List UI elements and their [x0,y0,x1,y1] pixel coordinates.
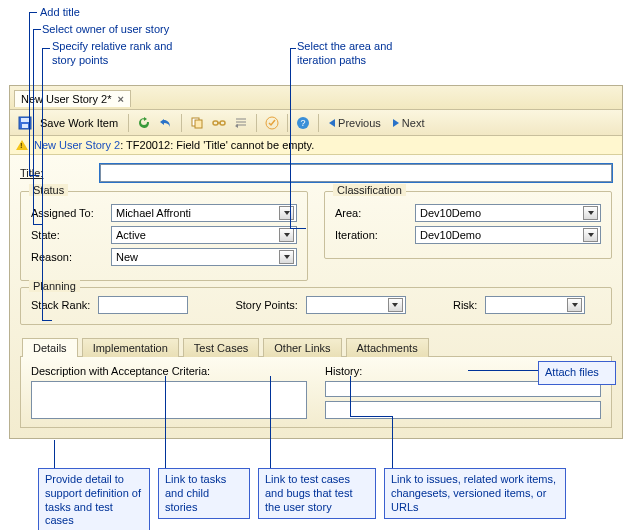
copy-icon[interactable] [188,114,206,132]
description-label: Description with Acceptance Criteria: [31,365,307,377]
chevron-down-icon [583,206,598,220]
state-value: Active [116,229,146,241]
state-label: State: [31,229,111,241]
chevron-down-icon [567,298,582,312]
outdent-icon[interactable] [232,114,250,132]
document-tabstrip: New User Story 2* × [10,86,622,110]
tab-implementation[interactable]: Implementation [82,338,179,357]
callout-implementation-desc: Link to tasks and child stories [158,468,250,519]
check-icon[interactable] [263,114,281,132]
svg-rect-4 [195,120,202,128]
next-label: Next [402,117,425,129]
svg-rect-1 [21,118,29,122]
save-icon[interactable] [16,114,34,132]
help-icon[interactable]: ? [294,114,312,132]
status-legend: Status [29,184,68,196]
next-button[interactable]: Next [389,117,429,129]
story-points-select[interactable] [306,296,406,314]
classification-group: Classification Area: Dev10Demo Iteration… [324,191,612,259]
iteration-label: Iteration: [335,229,415,241]
save-button[interactable]: Save Work Item [40,117,118,129]
tab-attachments[interactable]: Attachments [346,338,429,357]
callout-rank-points: Specify relative rank and story points [52,40,172,68]
chevron-down-icon [279,228,294,242]
tab-details[interactable]: Details [22,338,78,357]
tab-other-links[interactable]: Other Links [263,338,341,357]
arrow-right-icon [393,119,399,127]
callout-attach-files: Attach files [538,361,616,385]
planning-legend: Planning [29,280,80,292]
area-label: Area: [335,207,415,219]
reason-select[interactable]: New [111,248,297,266]
reason-label: Reason: [31,251,111,263]
callout-select-owner: Select owner of user story [42,23,169,37]
warning-icon [16,140,28,150]
toolbar: Save Work Item ? Previous [10,110,622,136]
iteration-value: Dev10Demo [420,229,481,241]
undo-icon[interactable] [157,114,175,132]
previous-button[interactable]: Previous [325,117,385,129]
document-tab[interactable]: New User Story 2* × [14,90,131,107]
stack-rank-input[interactable] [98,296,188,314]
callout-details-desc: Provide detail to support definition of … [38,468,150,530]
area-value: Dev10Demo [420,207,481,219]
callout-add-title: Add title [40,6,80,20]
classification-legend: Classification [333,184,406,196]
svg-rect-2 [22,124,28,128]
chevron-down-icon [279,250,294,264]
previous-label: Previous [338,117,381,129]
svg-text:?: ? [301,118,306,128]
work-item-editor: New User Story 2* × Save Work Item [9,85,623,439]
tab-test-cases[interactable]: Test Cases [183,338,259,357]
risk-select[interactable] [485,296,585,314]
area-select[interactable]: Dev10Demo [415,204,601,222]
state-select[interactable]: Active [111,226,297,244]
assigned-to-select[interactable]: Michael Affronti [111,204,297,222]
arrow-left-icon [329,119,335,127]
chevron-down-icon [583,228,598,242]
toolbar-separator [256,114,257,132]
reason-value: New [116,251,138,263]
description-textarea[interactable] [31,381,307,419]
assigned-to-label: Assigned To: [31,207,111,219]
form-area: Title: Status Assigned To: Michael Affro… [10,155,622,438]
title-label: Title: [20,167,100,179]
chevron-down-icon [388,298,403,312]
error-message: : TF20012: Field 'Title' cannot be empty… [120,139,314,151]
details-panel: Description with Acceptance Criteria: Hi… [20,357,612,428]
iteration-select[interactable]: Dev10Demo [415,226,601,244]
story-points-label: Story Points: [235,299,297,311]
toolbar-separator [287,114,288,132]
status-group: Status Assigned To: Michael Affronti Sta… [20,191,308,281]
error-item-link[interactable]: New User Story 2 [34,139,120,151]
document-tab-title: New User Story 2* [21,93,111,105]
toolbar-separator [128,114,129,132]
callout-test-cases-desc: Link to test cases and bugs that test th… [258,468,376,519]
stack-rank-label: Stack Rank: [31,299,90,311]
callout-other-links-desc: Link to issues, related work items, chan… [384,468,566,519]
toolbar-separator [181,114,182,132]
link-icon[interactable] [210,114,228,132]
validation-bar: New User Story 2: TF20012: Field 'Title'… [10,136,622,155]
toolbar-separator [318,114,319,132]
detail-tabstrip: Details Implementation Test Cases Other … [20,337,612,357]
risk-label: Risk: [453,299,477,311]
title-input[interactable] [100,164,612,182]
close-icon[interactable]: × [117,93,123,105]
assigned-to-value: Michael Affronti [116,207,191,219]
planning-group: Planning Stack Rank: Story Points: Risk: [20,287,612,325]
callout-area-iter: Select the area and iteration paths [297,40,392,68]
refresh-icon[interactable] [135,114,153,132]
chevron-down-icon [279,206,294,220]
